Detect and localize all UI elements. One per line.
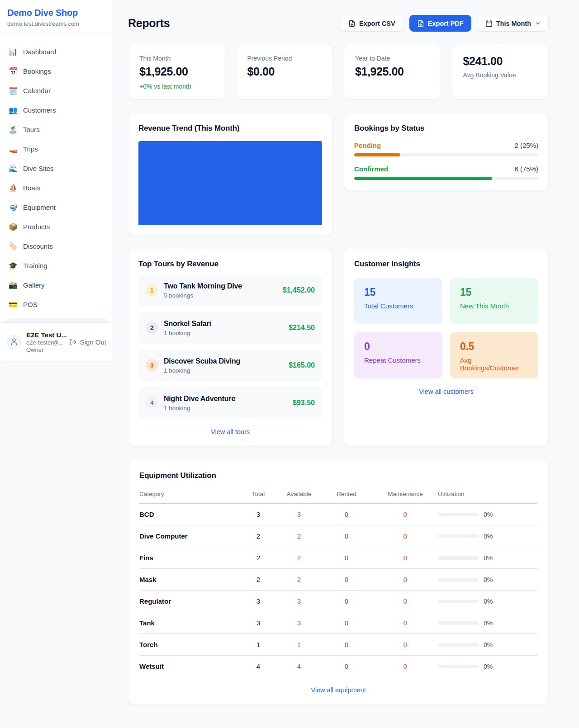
tour-revenue: $93.50	[293, 399, 315, 407]
sidebar-item-reports-partial[interactable]	[5, 318, 107, 322]
table-row: Dive Computer 2 2 0 0 0%	[139, 525, 537, 547]
speedboat-icon: 🚤	[8, 145, 18, 153]
sidebar: Demo Dive Shop demo.test.divestreams.com…	[0, 0, 113, 361]
export-csv-button[interactable]: Export CSV	[341, 15, 403, 32]
equipment-category: Torch	[139, 634, 239, 656]
insight-label: Total Customers	[364, 302, 432, 310]
top-tours-title: Top Tours by Revenue	[138, 260, 322, 269]
stat-label: Previous Period	[247, 55, 322, 62]
tour-revenue: $214.50	[289, 324, 315, 332]
brand-block: Demo Dive Shop demo.test.divestreams.com	[0, 0, 113, 33]
equipment-rented: 0	[320, 656, 373, 677]
tour-row: 1 Two Tank Morning Dive5 bookings $1,452…	[138, 274, 322, 306]
sidebar-item-dive-sites[interactable]: 🌊Dive Sites	[4, 160, 109, 177]
equipment-available: 3	[278, 591, 320, 612]
sidebar-nav: 📊Dashboard 📅Bookings 🗓️Calendar 👥Custome…	[0, 33, 113, 313]
sidebar-item-tours[interactable]: 🏝️Tours	[4, 121, 109, 138]
equipment-maintenance: 0	[373, 591, 438, 612]
sidebar-item-products[interactable]: 📦Products	[4, 218, 109, 235]
sidebar-item-discounts[interactable]: 🏷️Discounts	[4, 238, 109, 255]
sidebar-item-label: Training	[23, 262, 47, 269]
diving-mask-icon: 🤿	[8, 203, 18, 212]
equipment-rented: 0	[320, 612, 373, 634]
utilization-label: 0%	[484, 641, 493, 648]
equipment-available: 4	[278, 656, 320, 677]
equipment-utilization-title: Equipment Utilization	[139, 471, 537, 480]
sidebar-item-calendar[interactable]: 🗓️Calendar	[4, 82, 109, 99]
page-title: Reports	[128, 17, 170, 30]
equipment-total: 2	[239, 569, 278, 591]
view-all-tours-link[interactable]: View all tours	[138, 428, 322, 435]
stat-label: Avg Booking Value	[463, 71, 538, 79]
status-label: Confirmed	[354, 165, 388, 173]
col-header-category: Category	[139, 487, 239, 504]
sidebar-item-gallery[interactable]: 📸Gallery	[4, 277, 109, 293]
utilization-bar-track	[438, 513, 479, 516]
utilization-label: 0%	[484, 619, 493, 627]
sidebar-item-label: Boats	[23, 184, 40, 192]
sailboat-icon: ⛵	[8, 184, 18, 192]
equipment-available: 2	[278, 547, 320, 569]
col-header-available: Available	[278, 487, 320, 504]
view-all-equipment-link[interactable]: View all equipment	[139, 686, 537, 694]
equipment-available: 1	[278, 634, 320, 656]
sidebar-item-customers[interactable]: 👥Customers	[4, 102, 109, 118]
status-bar-fill	[354, 177, 492, 180]
insight-value: 0.5	[460, 340, 528, 353]
status-value: 6 (75%)	[514, 165, 538, 173]
tour-name: Snorkel Safari	[164, 320, 211, 327]
view-all-customers-link[interactable]: View all customers	[354, 388, 538, 395]
sidebar-item-label: Dashboard	[23, 48, 56, 56]
sidebar-item-bookings[interactable]: 📅Bookings	[4, 63, 109, 80]
wave-icon: 🌊	[8, 164, 18, 173]
table-row: Torch 1 1 0 0 0%	[139, 634, 537, 656]
sidebar-item-boats[interactable]: ⛵Boats	[4, 180, 109, 196]
sidebar-item-trips[interactable]: 🚤Trips	[4, 141, 109, 157]
insight-grid: 15 Total Customers 15 New This Month 0 R…	[354, 278, 538, 378]
sidebar-item-training[interactable]: 🎓Training	[4, 257, 109, 274]
rank-badge: 3	[146, 359, 158, 372]
stat-cards-row: This Month $1,925.00 +0% vs last month P…	[128, 44, 549, 99]
sidebar-item-label: Gallery	[23, 281, 45, 289]
sidebar-item-equipment[interactable]: 🤿Equipment	[4, 199, 109, 216]
header-actions: Export CSV Export PDF This Month	[341, 15, 549, 32]
sidebar-item-label: Customers	[23, 106, 56, 114]
utilization-bar-track	[438, 665, 479, 668]
tour-revenue: $165.00	[289, 361, 315, 369]
sidebar-item-label: Trips	[23, 145, 38, 153]
equipment-category: BCD	[139, 504, 239, 525]
equipment-total: 1	[239, 634, 278, 656]
period-label: This Month	[496, 20, 531, 27]
utilization-bar-track	[438, 556, 479, 560]
equipment-rented: 0	[320, 547, 373, 569]
export-pdf-button[interactable]: Export PDF	[409, 15, 471, 32]
status-row-pending: Pending 2 (25%)	[354, 142, 538, 156]
equipment-rented: 0	[320, 504, 373, 525]
user-email: e2e-tester@...	[26, 339, 65, 346]
bar-chart-icon: 📊	[8, 47, 18, 56]
equipment-header-row: Category Total Available Rented Maintena…	[139, 487, 537, 504]
stat-card-year-to-date: Year to Date $1,925.00	[344, 44, 441, 99]
logout-icon	[69, 338, 77, 346]
table-row: BCD 3 3 0 0 0%	[139, 504, 537, 525]
sidebar-item-label: POS	[23, 301, 38, 308]
equipment-total: 3	[239, 504, 278, 525]
tour-name: Two Tank Morning Dive	[164, 282, 242, 290]
island-icon: 🏝️	[8, 125, 18, 134]
utilization-bar-track	[438, 578, 479, 581]
export-csv-label: Export CSV	[359, 20, 395, 27]
sidebar-item-label: Products	[23, 223, 50, 231]
insight-tile-avg-bookings: 0.5 Avg Bookings/Customer	[450, 332, 538, 378]
calendar-icon: 📅	[8, 67, 18, 76]
equipment-category: Regulator	[139, 591, 239, 612]
sidebar-item-dashboard[interactable]: 📊Dashboard	[4, 43, 109, 60]
equipment-rented: 0	[320, 525, 373, 547]
equipment-total: 3	[239, 591, 278, 612]
utilization-bar-track	[438, 621, 479, 625]
sidebar-item-label: Tours	[23, 126, 40, 133]
equipment-category: Mask	[139, 569, 239, 591]
tour-bookings: 5 bookings	[164, 292, 277, 299]
period-select[interactable]: This Month	[478, 15, 549, 32]
sign-out-button[interactable]: Sign Out	[69, 338, 106, 346]
sidebar-item-pos[interactable]: 💳POS	[4, 296, 109, 313]
